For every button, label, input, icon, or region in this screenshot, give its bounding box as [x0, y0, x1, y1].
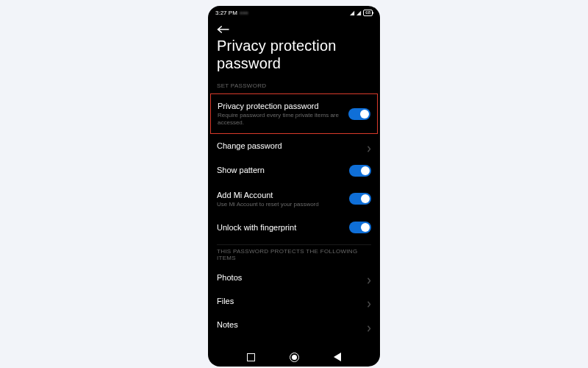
row-title: Files	[217, 296, 361, 306]
row-title: Add Mi Account	[217, 190, 343, 200]
android-nav-bar	[208, 347, 380, 367]
status-notification-icons: ▪▪▪	[240, 10, 249, 16]
nav-home-icon[interactable]	[290, 353, 299, 362]
chevron-right-icon	[367, 274, 371, 281]
row-subtitle: Use Mi Account to reset your password	[217, 201, 343, 208]
phone-frame: 3:27 PM ▪▪▪ ◢ ◢ 68 Privacy protection pa…	[208, 6, 380, 367]
section-protects: THIS PASSWORD PROTECTS THE FOLLOWING ITE…	[208, 245, 380, 266]
chevron-right-icon	[367, 142, 371, 149]
row-add-mi-account[interactable]: Add Mi Account Use Mi Account to reset y…	[208, 183, 380, 215]
signal-icon: ◢	[350, 10, 354, 16]
battery-icon: 68	[363, 10, 373, 16]
toggle-privacy-protection[interactable]	[348, 108, 370, 120]
row-text: Unlock with fingerprint	[217, 222, 343, 233]
content-area: Privacy protection password SET PASSWORD…	[208, 19, 380, 347]
toggle-show-pattern[interactable]	[349, 165, 371, 177]
status-bar: 3:27 PM ▪▪▪ ◢ ◢ 68	[208, 6, 380, 19]
row-title: Show pattern	[217, 165, 343, 175]
status-right: ◢ ◢ 68	[350, 10, 373, 16]
row-show-pattern[interactable]: Show pattern	[208, 158, 380, 183]
page-title: Privacy protection password	[208, 37, 380, 79]
row-text: Files	[217, 296, 361, 306]
row-notes[interactable]: Notes	[208, 313, 380, 336]
back-row	[208, 19, 380, 37]
toggle-fingerprint[interactable]	[349, 222, 371, 233]
row-title: Photos	[217, 272, 361, 283]
row-photos[interactable]: Photos	[208, 266, 380, 289]
row-text: Notes	[217, 319, 361, 330]
row-text: Change password	[217, 141, 361, 151]
row-text: Add Mi Account Use Mi Account to reset y…	[217, 190, 343, 208]
row-unlock-fingerprint[interactable]: Unlock with fingerprint	[208, 215, 380, 240]
back-icon[interactable]	[217, 24, 230, 34]
row-title: Notes	[217, 319, 361, 330]
wifi-icon: ◢	[356, 10, 361, 16]
row-title: Privacy protection password	[218, 101, 343, 111]
status-time: 3:27 PM	[215, 10, 237, 16]
row-subtitle: Require password every time private item…	[218, 112, 343, 127]
row-files[interactable]: Files	[208, 289, 380, 313]
row-change-password[interactable]: Change password	[208, 134, 380, 158]
toggle-mi-account[interactable]	[349, 193, 371, 205]
section-set-password: SET PASSWORD	[208, 79, 380, 93]
chevron-right-icon	[367, 297, 371, 305]
status-left: 3:27 PM ▪▪▪	[215, 10, 248, 16]
row-title: Unlock with fingerprint	[217, 222, 343, 233]
battery-text: 68	[365, 10, 370, 15]
row-text: Photos	[217, 272, 361, 283]
row-title: Change password	[217, 141, 361, 151]
nav-back-icon[interactable]	[334, 353, 341, 361]
row-text: Privacy protection password Require pass…	[218, 101, 343, 127]
nav-recent-icon[interactable]	[247, 353, 255, 361]
chevron-right-icon	[367, 322, 371, 329]
row-text: Show pattern	[217, 165, 343, 175]
row-privacy-protection-password[interactable]: Privacy protection password Require pass…	[210, 93, 378, 134]
